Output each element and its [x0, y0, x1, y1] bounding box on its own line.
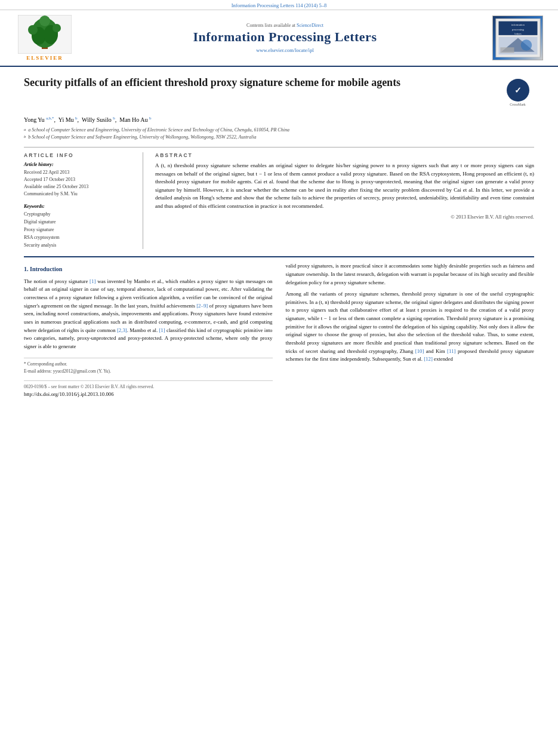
article-history: Article history: Received 22 April 2013 … [24, 162, 134, 198]
received-date: Received 22 April 2013 [24, 169, 134, 176]
article-title-section: Security pitfalls of an efficient thresh… [24, 76, 534, 110]
author-yi-mu: Yi Mu [58, 116, 74, 123]
svg-text:information: information [511, 23, 525, 26]
section1-right-paragraph-1: valid proxy signatures, is more practica… [286, 262, 535, 287]
author-willy-susilo: Willy Susilo [82, 116, 112, 123]
ref-2-3: [2,3] [117, 327, 127, 333]
crossmark-icon: ✓ [507, 79, 529, 102]
available-online-date: Available online 25 October 2013 [24, 183, 134, 190]
svg-rect-16 [500, 47, 514, 53]
author-man-ho-au-affil: b [149, 116, 152, 121]
elsevier-wordmark: ELSEVIER [26, 55, 63, 61]
keyword-security-analysis: Security analysis [24, 242, 134, 250]
bottom-bar: 0020-0190/$ – see front matter © 2013 El… [24, 380, 273, 391]
article-title-container: Security pitfalls of an efficient thresh… [24, 76, 501, 90]
section1-heading: 1. Introduction [24, 265, 273, 274]
sciencedirect-link[interactable]: ScienceDirect [297, 23, 323, 28]
history-heading: Article history: [24, 162, 134, 167]
footnotes: * Corresponding author. E-mail address: … [24, 358, 273, 374]
svg-point-7 [39, 16, 50, 26]
journal-ref-bar: Information Processing Letters 114 (2014… [0, 0, 558, 10]
authors-line: Yong Yu a,b,*, Yi Mu b, Willy Susilo b, … [24, 116, 534, 123]
author-man-ho-au: Man Ho Au [119, 116, 147, 123]
crossmark-logo: ✓ CrossMark [501, 76, 534, 106]
doi-link: http://dx.doi.org/10.1016/j.ipl.2013.10.… [24, 391, 114, 397]
journal-center-info: Contents lists available at ScienceDirec… [84, 23, 486, 53]
keyword-digital-signature: Digital signature [24, 219, 134, 226]
journal-url: www.elsevier.com/locate/ipl [84, 47, 486, 53]
keyword-rsa: RSA cryptosystem [24, 234, 134, 242]
journal-header: ELSEVIER Contents lists available at Sci… [0, 10, 558, 67]
article-left-column: 1. Introduction The notion of proxy sign… [24, 262, 273, 398]
accepted-date: Accepted 17 October 2013 [24, 176, 134, 183]
communicated-by: Communicated by S.M. Yiu [24, 190, 134, 198]
article-info-column: ARTICLE INFO Article history: Received 2… [24, 152, 143, 249]
contents-available-line: Contents lists available at ScienceDirec… [84, 23, 486, 28]
abstract-column: ABSTRACT A (t, n) threshold proxy signat… [155, 152, 534, 249]
section-divider-1 [24, 147, 534, 147]
issn-line: 0020-0190/$ – see front matter © 2013 El… [24, 383, 154, 391]
journal-reference: Information Processing Letters 114 (2014… [232, 2, 327, 8]
svg-text:processing: processing [512, 28, 524, 31]
doi-line: http://dx.doi.org/10.1016/j.ipl.2013.10.… [24, 391, 273, 399]
svg-point-6 [53, 24, 61, 32]
section1-right-paragraph-2: Among all the variants of proxy signatur… [286, 290, 535, 364]
journal-thumbnail: information processing letters [492, 16, 546, 60]
ref-11: [11] [447, 348, 455, 354]
article-info-abstract-section: ARTICLE INFO Article history: Received 2… [24, 152, 534, 249]
ref-2-9: [2–9] [196, 303, 208, 309]
thick-divider [24, 256, 534, 257]
journal-title: Information Processing Letters [84, 29, 486, 45]
author-yi-mu-affil: b [75, 116, 78, 121]
keyword-proxy-signature: Proxy signature [24, 226, 134, 234]
affiliation-a: a a School of Computer Science and Engin… [24, 127, 534, 134]
svg-point-15 [520, 39, 532, 51]
affiliations: a a School of Computer Science and Engin… [24, 127, 534, 141]
main-content: Security pitfalls of an efficient thresh… [0, 67, 558, 410]
abstract-text: A (t, n) threshold proxy signature schem… [155, 162, 534, 210]
keywords-heading: Keywords: [24, 204, 134, 209]
footnote-corresponding: * Corresponding author. [24, 361, 273, 367]
author-yong-yu: Yong Yu [24, 116, 44, 123]
abstract-heading: ABSTRACT [155, 152, 534, 158]
article-body-columns: 1. Introduction The notion of proxy sign… [24, 262, 534, 398]
svg-point-5 [28, 25, 38, 35]
author-yong-yu-affil: a,b,* [46, 116, 54, 121]
crossmark-label: CrossMark [510, 103, 526, 106]
section1-paragraph-1: The notion of proxy signature [1] was in… [24, 278, 273, 351]
keyword-cryptography: Cryptography [24, 211, 134, 219]
affiliation-b: b b School of Computer Science and Softw… [24, 134, 534, 141]
article-right-column: valid proxy signatures, is more practica… [286, 262, 535, 398]
ref-1: [1] [90, 278, 95, 284]
footnote-email: E-mail address: yyucd2012@gmail.com (Y. … [24, 368, 273, 374]
copyright-line: © 2013 Elsevier B.V. All rights reserved… [155, 214, 534, 220]
author-willy-susilo-affil: b [113, 116, 115, 121]
svg-text:letters: letters [514, 32, 522, 35]
article-title: Security pitfalls of an efficient thresh… [24, 76, 501, 90]
ref-1b: [1] [159, 327, 165, 333]
article-info-heading: ARTICLE INFO [24, 152, 134, 158]
elsevier-logo: ELSEVIER [12, 15, 78, 61]
ref-10: [10] [415, 348, 424, 354]
journal-cover-image: information processing letters [492, 16, 543, 60]
ref-12: [12] [424, 356, 433, 362]
keywords-section: Keywords: Cryptography Digital signature… [24, 204, 134, 249]
